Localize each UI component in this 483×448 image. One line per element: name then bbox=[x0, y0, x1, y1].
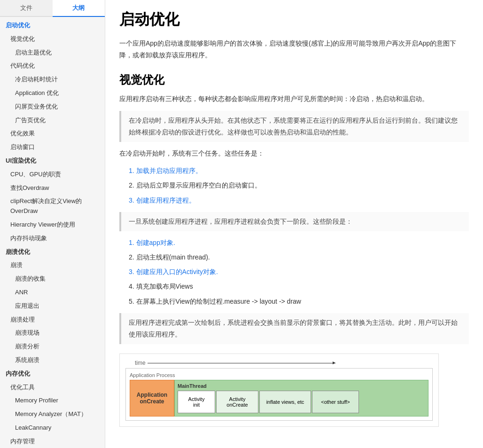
sidebar-item-code-opt[interactable]: 代码优化 bbox=[0, 59, 105, 73]
main-thread-section: MainThread Activity initActivity onCreat… bbox=[174, 380, 428, 417]
list-item: 3. 创建应用程序进程。 bbox=[129, 195, 469, 206]
list-item: 3. 创建应用入口的Activity对象. bbox=[129, 266, 469, 278]
app-box-line1: Application bbox=[137, 392, 167, 398]
sidebar-tabs: 文件 大纲 bbox=[0, 0, 105, 17]
sidebar-item-memory-manage[interactable]: 内存管理 bbox=[0, 435, 105, 448]
sidebar-item-crash-analysis[interactable]: 崩溃分析 bbox=[0, 340, 105, 354]
process-row: Application onCreate MainThread Activity… bbox=[130, 380, 428, 417]
app-box-line2: onCreate bbox=[140, 398, 164, 405]
tab-outline[interactable]: 大纲 bbox=[53, 0, 105, 17]
process-diagram: Application Process Application onCreate… bbox=[125, 368, 433, 421]
list-item: 2. 启动主线程(main thread). bbox=[129, 252, 469, 263]
sidebar-item-startup-window[interactable]: 启动窗口 bbox=[0, 141, 105, 154]
sidebar-item-ad-page-opt[interactable]: 广告页优化 bbox=[0, 114, 105, 127]
list-item: 4. 填充加载布局Views bbox=[129, 281, 469, 292]
sidebar-item-find-overdraw[interactable]: 查找Overdraw bbox=[0, 181, 105, 195]
sidebar-item-crash[interactable]: 崩溃 bbox=[0, 259, 105, 272]
blockquote-3: 应用程序进程完成第一次绘制后，系统进程会交换当前显示的背景窗口，将其替换为主活动… bbox=[119, 313, 469, 344]
sidebar-item-anr[interactable]: ANR bbox=[0, 286, 105, 299]
sidebar-item-crash-handle[interactable]: 崩溃处理 bbox=[0, 313, 105, 327]
thread-boxes: Activity initActivity onCreateinflate vi… bbox=[178, 391, 425, 413]
sidebar-item-hierarchy-viewer[interactable]: Hierarchy Viewer的使用 bbox=[0, 218, 105, 232]
blockquote-1: 在冷启动时，应用程序从头开始。在其他状态下，系统需要将正在运行的应用程序从后台运… bbox=[119, 111, 469, 142]
stages-list: 1. 创建app对象.2. 启动主线程(main thread).3. 创建应用… bbox=[129, 237, 469, 307]
sidebar-item-memory-analyzer[interactable]: Memory Analyzer（MAT） bbox=[0, 408, 105, 421]
thread-box-other-stuff: <other stuff> bbox=[312, 391, 359, 413]
blockquote-2: 一旦系统创建应用程序进程，应用程序进程就会负责下一阶段。这些阶段是： bbox=[119, 212, 469, 231]
sidebar-item-crash-scene[interactable]: 崩溃现场 bbox=[0, 326, 105, 340]
sidebar-item-cold-start-time[interactable]: 冷启动耗时统计 bbox=[0, 73, 105, 86]
process-label: Application Process bbox=[130, 372, 428, 378]
sidebar: 文件 大纲 启动优化视觉优化启动主题优化代码优化冷启动耗时统计Applicati… bbox=[0, 0, 105, 448]
sidebar-item-memory-profiler[interactable]: Memory Profiler bbox=[0, 394, 105, 408]
sidebar-item-opt-tools[interactable]: 优化工具 bbox=[0, 381, 105, 394]
thread-box-activity-init: Activity init bbox=[178, 391, 215, 413]
sidebar-item-memory-opt[interactable]: 内存优化 bbox=[0, 367, 105, 381]
performance-diagram: time Application Process Application onC… bbox=[119, 354, 439, 427]
page-title: 启动优化 bbox=[119, 9, 469, 30]
sidebar-item-startup-opt[interactable]: 启动优化 bbox=[0, 19, 105, 32]
sidebar-item-opt-effect[interactable]: 优化效果 bbox=[0, 127, 105, 141]
sidebar-item-visual-opt[interactable]: 视觉优化 bbox=[0, 32, 105, 46]
thread-box-inflate-views: inflate views, etc bbox=[259, 391, 311, 413]
sidebar-item-memory-jitter[interactable]: 内存抖动现象 bbox=[0, 232, 105, 245]
tasks-intro: 在冷启动开始时，系统有三个任务。这些任务是： bbox=[119, 148, 469, 159]
app-oncreate-box: Application onCreate bbox=[130, 380, 174, 417]
sidebar-navigation: 启动优化视觉优化启动主题优化代码优化冷启动耗时统计Application 优化闪… bbox=[0, 17, 105, 448]
list-item: 5. 在屏幕上执行View的绘制过程.measure -> layout -> … bbox=[129, 296, 469, 307]
main-content: 启动优化 一个应用App的启动速度能够影响用户的首次体验，启动速度较慢(感官上)… bbox=[105, 0, 483, 448]
sidebar-item-startup-theme-opt[interactable]: 启动主题优化 bbox=[0, 46, 105, 60]
time-arrow bbox=[148, 363, 335, 363]
sidebar-item-application-opt[interactable]: Application 优化 bbox=[0, 86, 105, 100]
list-item: 2. 启动后立即显示应用程序空白的启动窗口。 bbox=[129, 180, 469, 191]
list-item: 1. 加载并启动应用程序。 bbox=[129, 165, 469, 177]
sidebar-item-cliprect[interactable]: clipRect解决自定义View的OverDraw bbox=[0, 195, 105, 218]
sidebar-item-sys-crash[interactable]: 系统崩溃 bbox=[0, 354, 105, 367]
sidebar-item-ui-render-opt[interactable]: UI渲染优化 bbox=[0, 154, 105, 168]
tab-file[interactable]: 文件 bbox=[0, 0, 53, 17]
main-thread-label: MainThread bbox=[178, 383, 425, 389]
list-item: 1. 创建app对象. bbox=[129, 237, 469, 249]
sidebar-item-leak-cannary[interactable]: LeakCannary bbox=[0, 421, 105, 435]
section1-title: 视觉优化 bbox=[119, 72, 469, 87]
section1-paragraph: 应用程序启动有三种状态，每种状态都会影响应用程序对用户可见所需的时间：冷启动，热… bbox=[119, 93, 469, 105]
time-label: time bbox=[125, 360, 433, 366]
sidebar-item-app-exit[interactable]: 应用退出 bbox=[0, 299, 105, 313]
tasks-list: 1. 加载并启动应用程序。2. 启动后立即显示应用程序空白的启动窗口。3. 创建… bbox=[129, 165, 469, 206]
sidebar-item-crash-collect[interactable]: 崩溃的收集 bbox=[0, 272, 105, 286]
thread-box-activity-oncreate: Activity onCreate bbox=[216, 391, 258, 413]
sidebar-item-crash-opt[interactable]: 崩溃优化 bbox=[0, 245, 105, 259]
sidebar-item-flash-screen-opt[interactable]: 闪屏页业务优化 bbox=[0, 100, 105, 114]
sidebar-item-cpu-gpu[interactable]: CPU、GPU的职责 bbox=[0, 168, 105, 181]
intro-paragraph: 一个应用App的启动速度能够影响用户的首次体验，启动速度较慢(感官上)的应用可能… bbox=[119, 38, 469, 61]
